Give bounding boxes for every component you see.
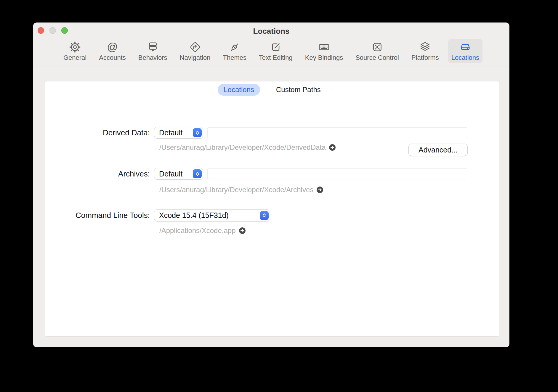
command-line-tools-path-row: /Applications/Xcode.app xyxy=(159,226,246,235)
tab-custom-paths-segment[interactable]: Custom Paths xyxy=(270,84,327,96)
open-in-finder-arrow-icon[interactable] xyxy=(329,144,336,151)
behaviors-icon xyxy=(147,41,158,53)
settings-toolbar: General @ Accounts Behaviors xyxy=(33,38,509,67)
tab-locations[interactable]: Locations xyxy=(448,39,482,63)
window-title: Locations xyxy=(33,27,509,36)
chevron-up-down-icon xyxy=(260,211,269,220)
tab-label: Text Editing xyxy=(259,54,293,62)
locations-pane: Locations Custom Paths Derived Data: Def… xyxy=(45,81,499,336)
tab-source-control[interactable]: Source Control xyxy=(352,39,402,63)
derived-data-label: Derived Data: xyxy=(45,127,150,138)
tab-navigation[interactable]: Navigation xyxy=(177,39,214,63)
derived-data-dropdown[interactable]: Default xyxy=(154,127,203,138)
source-control-icon xyxy=(372,41,383,53)
locations-form: Derived Data: Default /Users/anurag/Libr… xyxy=(45,98,499,336)
archives-dropdown[interactable]: Default xyxy=(154,168,203,179)
tab-accounts[interactable]: @ Accounts xyxy=(96,39,129,63)
tab-locations-segment[interactable]: Locations xyxy=(218,84,260,96)
chevron-up-down-icon xyxy=(193,128,202,137)
settings-window: Locations General @ Account xyxy=(33,23,509,347)
keyboard-icon xyxy=(318,41,330,53)
archives-label: Archives: xyxy=(45,168,150,179)
tab-label: Platforms xyxy=(411,54,439,62)
title-bar: Locations xyxy=(33,23,509,38)
tab-label: General xyxy=(63,54,86,62)
command-line-tools-path: /Applications/Xcode.app xyxy=(159,226,236,235)
tab-label: Behaviors xyxy=(138,54,167,62)
tab-behaviors[interactable]: Behaviors xyxy=(135,39,171,63)
archives-path: /Users/anurag/Library/Developer/Xcode/Ar… xyxy=(159,186,313,194)
text-editing-icon xyxy=(270,41,281,53)
tab-label: Key Bindings xyxy=(305,54,343,62)
paintbrush-icon xyxy=(229,41,240,53)
open-in-finder-arrow-icon[interactable] xyxy=(316,186,323,193)
archives-custom-path-field[interactable] xyxy=(207,168,467,179)
tab-label: Accounts xyxy=(99,54,126,62)
tab-key-bindings[interactable]: Key Bindings xyxy=(302,39,346,63)
advanced-button[interactable]: Advanced... xyxy=(409,144,467,156)
drive-icon xyxy=(460,41,471,53)
tab-label: Source Control xyxy=(355,54,399,62)
archives-path-row: /Users/anurag/Library/Developer/Xcode/Ar… xyxy=(159,186,323,194)
dropdown-value: Xcode 15.4 (15F31d) xyxy=(154,211,229,220)
command-line-tools-label: Command Line Tools: xyxy=(45,210,150,221)
derived-data-custom-path-field[interactable] xyxy=(207,127,467,138)
dropdown-value: Default xyxy=(154,170,182,178)
at-icon: @ xyxy=(107,41,118,53)
tab-general[interactable]: General xyxy=(60,39,90,63)
navigation-icon xyxy=(190,41,201,53)
dropdown-value: Default xyxy=(154,128,182,137)
open-in-finder-arrow-icon[interactable] xyxy=(239,227,246,234)
tab-themes[interactable]: Themes xyxy=(220,39,250,63)
derived-data-path-row: /Users/anurag/Library/Developer/Xcode/De… xyxy=(159,143,336,152)
tab-platforms[interactable]: Platforms xyxy=(408,39,442,63)
chevron-up-down-icon xyxy=(193,169,202,178)
tab-label: Themes xyxy=(223,54,246,62)
tab-label: Locations xyxy=(451,54,479,62)
tab-label: Navigation xyxy=(180,54,211,62)
gear-icon xyxy=(69,41,81,53)
platforms-icon xyxy=(419,41,431,53)
tab-text-editing[interactable]: Text Editing xyxy=(256,39,296,63)
segmented-tabs: Locations Custom Paths xyxy=(45,81,499,98)
command-line-tools-dropdown[interactable]: Xcode 15.4 (15F31d) xyxy=(154,210,270,221)
derived-data-path: /Users/anurag/Library/Developer/Xcode/De… xyxy=(159,143,326,152)
